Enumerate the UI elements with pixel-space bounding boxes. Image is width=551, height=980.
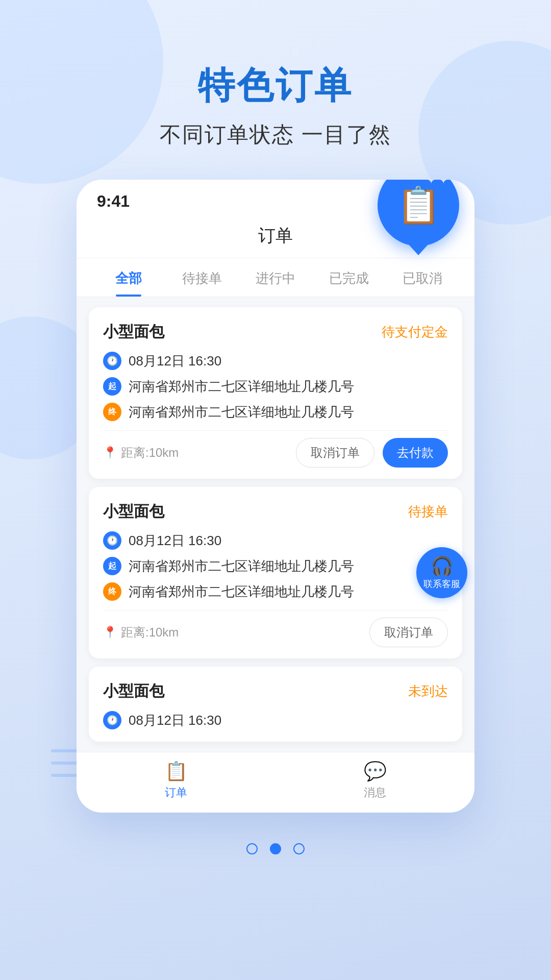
time-icon-3: 🕐	[103, 711, 121, 729]
cs-icon: 🎧	[431, 555, 454, 577]
order-1-distance: 📍 距离:10km	[103, 445, 179, 461]
page-title: 特色订单	[0, 61, 551, 110]
nav-messages[interactable]: 💬 消息	[276, 761, 474, 800]
order-list: 小型面包 待支付定金 🕐 08月12日 16:30 起 河南省郑州市二七区详细地…	[77, 297, 474, 752]
order-1-to-row: 终 河南省郑州市二七区详细地址几楼几号	[103, 403, 448, 421]
orders-nav-label: 订单	[165, 785, 187, 800]
time-icon-2: 🕐	[103, 531, 121, 550]
order-2-time-row: 🕐 08月12日 16:30	[103, 531, 448, 550]
status-time: 9:41	[97, 192, 130, 211]
tab-all[interactable]: 全部	[92, 258, 165, 297]
bubble-stars: ✦ ✦	[427, 180, 448, 187]
order-2-footer: 📍 距离:10km 取消订单	[103, 610, 448, 647]
customer-service-button[interactable]: 🎧 联系客服	[416, 547, 467, 598]
tab-cancelled[interactable]: 已取消	[386, 258, 459, 297]
messages-nav-icon: 💬	[364, 761, 387, 782]
tabs-bar: 全部 待接单 进行中 已完成 已取消	[77, 258, 474, 297]
dot-3[interactable]	[293, 843, 305, 854]
end-icon-2: 终	[103, 582, 121, 601]
nav-orders[interactable]: 📋 订单	[77, 761, 276, 800]
order-2-type: 小型面包	[103, 501, 164, 522]
page-dots	[0, 843, 551, 885]
page-subtitle: 不同订单状态 一目了然	[0, 120, 551, 149]
order-1-time-row: 🕐 08月12日 16:30	[103, 352, 448, 370]
header-section: 特色订单 不同订单状态 一目了然	[0, 0, 551, 149]
cancel-order-2-button[interactable]: 取消订单	[369, 618, 448, 647]
order-1-date: 08月12日 16:30	[129, 352, 221, 370]
location-icon-2: 📍	[103, 626, 117, 639]
order-3-time-row: 🕐 08月12日 16:30	[103, 711, 448, 729]
order-2-from-row: 起 河南省郑州市二七区详细地址几楼几号	[103, 557, 448, 575]
order-card-1-header: 小型面包 待支付定金	[103, 322, 448, 342]
start-icon-2: 起	[103, 557, 121, 575]
phone-mockup: ✦ ✦ 📋 9:41 订单 全部 待接单 进行中 已完成	[77, 180, 474, 813]
order-1-footer: 📍 距离:10km 取消订单 去付款	[103, 430, 448, 468]
order-1-from: 河南省郑州市二七区详细地址几楼几号	[129, 378, 354, 396]
order-card-1: 小型面包 待支付定金 🕐 08月12日 16:30 起 河南省郑州市二七区详细地…	[89, 307, 462, 479]
order-1-from-row: 起 河南省郑州市二七区详细地址几楼几号	[103, 377, 448, 396]
bottom-nav: 📋 订单 💬 消息	[77, 752, 474, 813]
order-2-from: 河南省郑州市二七区详细地址几楼几号	[129, 557, 354, 575]
orders-nav-icon: 📋	[165, 761, 188, 782]
order-1-actions: 取消订单 去付款	[296, 438, 448, 468]
order-3-status: 未到达	[408, 682, 448, 700]
order-2-date: 08月12日 16:30	[129, 532, 221, 550]
order-2-to-row: 终 河南省郑州市二七区详细地址几楼几号	[103, 582, 448, 601]
cs-label: 联系客服	[423, 578, 460, 590]
order-2-actions: 取消订单	[369, 618, 448, 647]
order-1-type: 小型面包	[103, 322, 164, 342]
order-2-to: 河南省郑州市二七区详细地址几楼几号	[129, 583, 354, 601]
order-2-status: 待接单	[408, 503, 448, 521]
order-card-2-wrapper: 小型面包 待接单 🕐 08月12日 16:30 起 河南省郑州市二七区详细地址几…	[89, 487, 462, 658]
order-card-3-header: 小型面包 未到达	[103, 681, 448, 702]
start-icon-1: 起	[103, 377, 121, 396]
tab-pending-accept[interactable]: 待接单	[165, 258, 239, 297]
messages-nav-label: 消息	[364, 785, 386, 800]
order-1-to: 河南省郑州市二七区详细地址几楼几号	[129, 403, 354, 421]
cancel-order-1-button[interactable]: 取消订单	[296, 438, 374, 468]
dot-1[interactable]	[246, 843, 258, 854]
order-card-2: 小型面包 待接单 🕐 08月12日 16:30 起 河南省郑州市二七区详细地址几…	[89, 487, 462, 658]
order-3-date: 08月12日 16:30	[129, 712, 221, 729]
order-card-3: 小型面包 未到达 🕐 08月12日 16:30	[89, 667, 462, 742]
tab-completed[interactable]: 已完成	[312, 258, 386, 297]
pay-order-1-button[interactable]: 去付款	[383, 438, 448, 468]
time-icon-1: 🕐	[103, 352, 121, 370]
end-icon-1: 终	[103, 403, 121, 421]
dot-2[interactable]	[270, 843, 281, 854]
order-1-status: 待支付定金	[382, 323, 448, 341]
clipboard-icon: 📋	[396, 184, 441, 226]
order-card-2-header: 小型面包 待接单	[103, 501, 448, 522]
order-2-distance: 📍 距离:10km	[103, 624, 179, 641]
order-3-type: 小型面包	[103, 681, 164, 702]
tab-in-progress[interactable]: 进行中	[239, 258, 312, 297]
location-icon-1: 📍	[103, 446, 117, 459]
app-header-title: 订单	[258, 226, 293, 245]
